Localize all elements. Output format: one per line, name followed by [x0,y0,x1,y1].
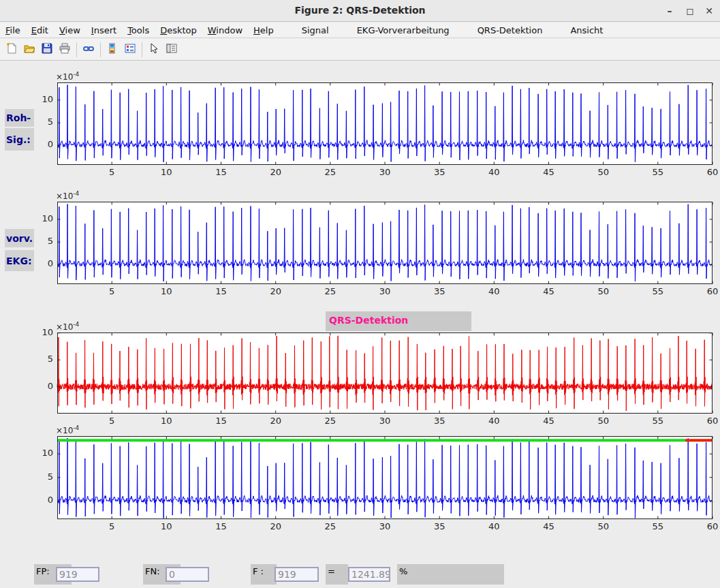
qrs-detektion-title-box: QRS-Detektion [326,311,471,331]
x-tick-label: 35 [424,521,454,531]
toolbar-separator [76,42,77,57]
f-measure-value-field[interactable] [348,567,390,582]
x-tick-label: 25 [315,521,345,531]
f-label-box: F : [251,564,277,585]
x-tick-label: 35 [424,286,454,296]
axes-qrs-detection[interactable]: 510152025303540455055600510×10-4 [57,332,713,414]
menu-file[interactable]: File [0,24,26,37]
x-tick-label: 45 [534,416,564,426]
menu-tools[interactable]: Tools [122,24,155,37]
x-tick-label: 15 [206,286,236,296]
x-tick-label: 30 [370,521,400,531]
y-tick-label: 10 [29,448,53,458]
f-value-field[interactable] [275,567,319,582]
menu-view[interactable]: View [54,24,86,37]
property-editor-button[interactable] [163,41,181,59]
x-tick-label: 45 [534,286,564,296]
x-tick-label: 10 [151,167,181,177]
menu-insert[interactable]: Insert [86,24,122,37]
x-tick-label: 50 [589,167,619,177]
equals-label: = [328,566,335,576]
axis-ticks [58,437,713,519]
y-tick-label: 5 [29,354,53,364]
menu-ansicht[interactable]: Ansicht [565,24,608,37]
qrs-detektion-title: QRS-Detektion [329,315,408,326]
menu-desktop[interactable]: Desktop [155,24,202,37]
y-tick-label: 5 [29,117,53,127]
signal-trace [57,438,713,519]
x-tick-label: 20 [261,167,291,177]
new-figure-button[interactable] [3,41,20,59]
axes-box [58,437,713,519]
menu-window[interactable]: Window [202,24,248,37]
y-tick-label: 0 [29,495,53,505]
fp-label: FP: [36,566,50,576]
x-tick-label: 15 [206,167,236,177]
axes-raw-signal[interactable]: 510152025303540455055600510×10-4 [57,82,713,165]
signal-trace [57,336,713,411]
y-tick-label: 0 [29,139,53,149]
menu-bar: FileEditViewInsertToolsDesktopWindowHelp… [0,22,720,38]
x-tick-label: 30 [370,416,400,426]
x-tick-label: 35 [424,167,454,177]
axes-box [58,333,713,414]
x-tick-label: 60 [698,521,720,531]
menu-signal[interactable]: Signal [296,24,334,37]
menu-edit[interactable]: Edit [26,24,54,37]
print-figure-button[interactable] [56,41,74,59]
titlebar[interactable]: Figure 2: QRS-Detektion – ◻ ✕ [0,0,720,22]
percent-label-box: % [397,564,504,585]
x-tick-label: 35 [424,416,454,426]
signal-trace [57,85,713,163]
link-plot-button[interactable] [80,41,97,59]
x-tick-label: 55 [643,416,673,426]
x-tick-label: 55 [643,286,673,296]
signal-trace [57,204,713,282]
y-tick-label: 5 [29,471,53,482]
plot-area[interactable] [57,202,713,284]
maximize-button[interactable]: ◻ [682,3,698,18]
axis-ticks [58,83,713,165]
x-tick-label: 15 [206,416,236,426]
edit-plot-icon [148,42,160,57]
x-tick-label: 20 [261,416,291,426]
x-tick-label: 45 [534,167,564,177]
property-editor-icon [166,42,178,57]
x-tick-label: 20 [261,521,291,531]
x-tick-label: 50 [589,521,619,531]
x-tick-label: 25 [315,286,345,296]
minimize-button[interactable]: – [661,3,678,18]
fn-value-field[interactable] [166,567,209,582]
matlab-figure-window: Figure 2: QRS-Detektion – ◻ ✕ FileEditVi… [0,0,720,588]
insert-colorbar-button[interactable] [104,41,121,59]
figure-canvas: Roh- Sig.: vorv. EKG: 510152025303540455… [0,61,720,588]
x-tick-label: 60 [698,416,720,426]
insert-colorbar-icon [106,42,119,57]
axes-detection-result[interactable]: 510152025303540455055600510×10-4 [57,436,713,519]
x-tick-label: 50 [589,416,619,426]
link-plot-icon [82,42,95,57]
menu-ekg-vorverarbeitung[interactable]: EKG-Vorverarbeitung [351,24,455,37]
open-file-button[interactable] [20,41,38,59]
axes-preprocessed-ekg[interactable]: 510152025303540455055600510×10-4 [57,202,713,284]
plot-area[interactable] [57,436,713,519]
fp-value-field[interactable] [56,567,99,582]
menu-help[interactable]: Help [248,24,279,37]
plot-area[interactable] [57,82,713,165]
plot-area[interactable] [57,332,713,414]
x-tick-label: 10 [151,521,181,531]
menu-qrs-detektion[interactable]: QRS-Detektion [472,24,548,37]
axis-ticks [58,202,713,284]
insert-legend-button[interactable] [121,41,139,59]
x-tick-label: 5 [97,286,127,296]
edit-plot-button[interactable] [145,41,163,59]
y-tick-label: 0 [29,258,53,268]
y-axis-exponent-label: ×10-4 [56,190,79,201]
save-figure-button[interactable] [38,41,56,59]
toolbar-separator [142,42,142,57]
open-file-icon [23,42,35,57]
close-button[interactable]: ✕ [701,3,717,18]
x-tick-label: 25 [315,167,345,177]
axis-ticks [58,333,713,414]
x-tick-label: 60 [698,167,720,177]
